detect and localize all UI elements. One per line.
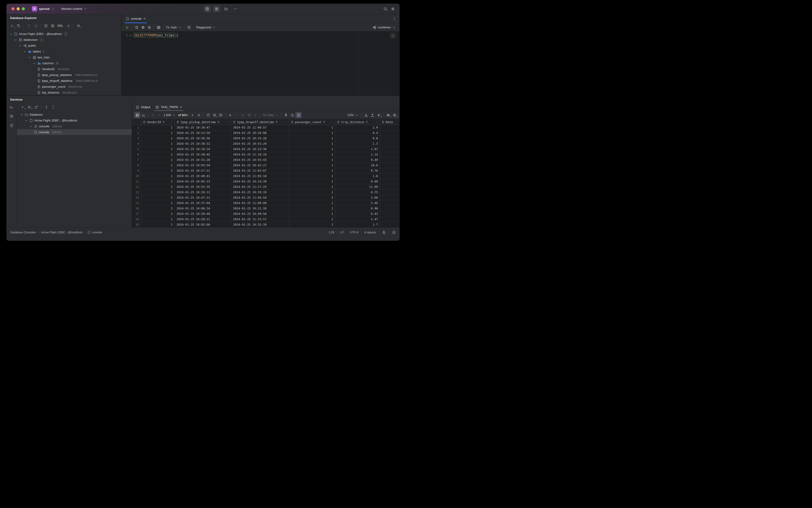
row-number[interactable]: 3 (132, 136, 141, 141)
tab-console[interactable]: console ✕ (123, 14, 148, 23)
table-cell[interactable]: 2 (141, 195, 175, 200)
scope-button[interactable] (75, 23, 82, 29)
table-cell[interactable]: 1 (289, 201, 335, 206)
expand-all-button[interactable] (43, 104, 49, 111)
table-cell[interactable]: 2 (141, 211, 175, 216)
export-format-selector[interactable]: CSV (347, 112, 360, 118)
next-page-button[interactable] (189, 112, 195, 118)
table-cell[interactable] (380, 163, 399, 168)
table-cell[interactable]: 1.47 (335, 217, 380, 222)
table-cell[interactable]: 2024-01-25 10:36:47 (175, 125, 231, 130)
table-cell[interactable]: 2 (141, 168, 175, 173)
table-cell[interactable]: 2024-01-25 11:00:08 (231, 201, 289, 206)
tree-row[interactable]: Arrow Flight JDBC - @localhost1 (7, 31, 121, 37)
table-cell[interactable]: 2024-01-25 10:39:40 (175, 211, 231, 216)
stop-button[interactable] (186, 24, 192, 31)
explain-plan-button[interactable] (140, 24, 146, 31)
sql-editor[interactable]: 1 SELECT * FROM taxi_trips; (122, 32, 399, 95)
table-cell[interactable]: 2024-01-25 10:35:28 (231, 136, 289, 141)
table-cell[interactable]: 1 (289, 174, 335, 179)
table-cell[interactable]: 2 (141, 217, 175, 222)
grid-view-button[interactable] (134, 112, 140, 118)
table-cell[interactable]: 1 (141, 136, 175, 141)
table-cell[interactable]: 1 (289, 184, 335, 189)
more-actions-button[interactable] (232, 5, 239, 12)
table-cell[interactable]: 1 (289, 179, 335, 184)
row-number[interactable]: 10 (132, 174, 141, 179)
table-cell[interactable]: 1 (289, 168, 335, 173)
jump-to-console-button[interactable] (43, 23, 49, 29)
vcs-widget[interactable]: Version control (61, 7, 87, 11)
table-cell[interactable]: 1 (141, 125, 175, 130)
table-cell[interactable]: 2.46 (335, 201, 380, 206)
row-number[interactable]: 15 (132, 201, 141, 206)
table-cell[interactable]: 2024-01-25 10:53:20 (231, 141, 289, 146)
table-cell[interactable]: 1 (289, 211, 335, 216)
playground-selector[interactable]: Playground (195, 24, 217, 31)
settings-gear-icon[interactable] (391, 7, 395, 11)
column-header-trip_distance[interactable]: trip_distance (335, 119, 380, 125)
table-cell[interactable]: 2024-01-25 10:05:23 (175, 179, 231, 184)
table-cell[interactable]: 1.7 (335, 222, 380, 227)
table-cell[interactable] (380, 222, 399, 227)
export-data-button[interactable] (363, 112, 369, 118)
add-service-button[interactable] (19, 104, 26, 111)
close-tab-icon[interactable]: ✕ (143, 17, 146, 20)
results-tx-selector[interactable]: Tx: Auto (262, 112, 280, 118)
console-settings-button[interactable] (146, 24, 152, 31)
tree-row[interactable]: public (7, 43, 121, 48)
sort-arrows-icon[interactable] (227, 121, 229, 123)
table-cell[interactable]: 0.43 (335, 211, 380, 216)
table-cell[interactable]: 2024-01-25 10:42:27 (231, 163, 289, 168)
tree-row[interactable]: tables1 (7, 48, 121, 54)
row-number[interactable]: 5 (132, 146, 141, 152)
run-query-button[interactable] (124, 24, 130, 31)
chevron-down-icon[interactable] (20, 113, 24, 117)
breadcrumb-item[interactable]: console (87, 231, 102, 234)
table-cell[interactable]: 2024-01-25 11:23:57 (231, 217, 289, 222)
previous-page-button[interactable] (156, 112, 163, 118)
table-cell[interactable]: 2024-01-25 10:25:10 (231, 222, 289, 227)
table-cell[interactable]: 2 (141, 201, 175, 206)
row-number[interactable]: 1 (132, 125, 141, 130)
table-cell[interactable]: 2024-01-25 10:40:41 (175, 174, 231, 179)
row-number[interactable]: 17 (132, 211, 141, 216)
indent-style[interactable]: 4 spaces (364, 231, 376, 234)
table-cell[interactable] (380, 157, 399, 163)
breadcrumb-item[interactable]: Arrow Flight JDBC - @localhost (41, 231, 82, 234)
close-window-button[interactable] (11, 7, 14, 10)
auto-refresh-button[interactable] (211, 112, 218, 118)
row-number[interactable]: 9 (132, 168, 141, 173)
filter-panel-button[interactable] (296, 112, 302, 118)
table-cell[interactable]: 18.6 (335, 163, 380, 168)
filter-funnel-icon[interactable] (217, 121, 220, 124)
table-cell[interactable]: 2024-01-25 11:04:54 (231, 195, 289, 200)
table-cell[interactable]: 1 (289, 157, 335, 163)
table-cell[interactable]: 2024-01-25 10:03:50 (175, 163, 231, 168)
browse-data-button[interactable] (155, 24, 162, 31)
row-number[interactable]: 19 (132, 222, 141, 227)
tab-output[interactable]: Output (133, 103, 153, 111)
table-cell[interactable]: 2024-01-25 10:06:24 (175, 206, 231, 211)
table-cell[interactable] (380, 195, 399, 200)
filter-funnel-icon[interactable] (162, 121, 165, 124)
editor-options-kebab-icon[interactable] (393, 17, 396, 20)
view-options-button[interactable] (385, 112, 391, 118)
run-configuration-button[interactable] (213, 5, 220, 12)
tab-taxi-trips[interactable]: TAXI_TRIPS ✕ (153, 103, 185, 111)
chevron-down-icon[interactable] (25, 119, 28, 122)
table-cell[interactable]: 1 (289, 136, 335, 141)
sort-arrows-icon[interactable] (170, 121, 173, 123)
table-cell[interactable]: 2 (141, 206, 175, 211)
row-number[interactable]: 4 (132, 141, 141, 146)
table-cell[interactable]: 1 (289, 146, 335, 152)
table-cell[interactable]: 2 (141, 152, 175, 157)
filter-funnel-icon[interactable] (275, 121, 278, 124)
table-cell[interactable]: 2024-01-25 10:23:36 (231, 146, 289, 152)
open-in-new-tab-button[interactable] (33, 104, 39, 111)
row-number[interactable]: 11 (132, 179, 141, 184)
preview-changes-button[interactable] (246, 112, 252, 118)
table-cell[interactable]: 2 (141, 146, 175, 152)
sort-arrows-icon[interactable] (375, 121, 378, 123)
chevron-down-icon[interactable] (28, 55, 32, 59)
